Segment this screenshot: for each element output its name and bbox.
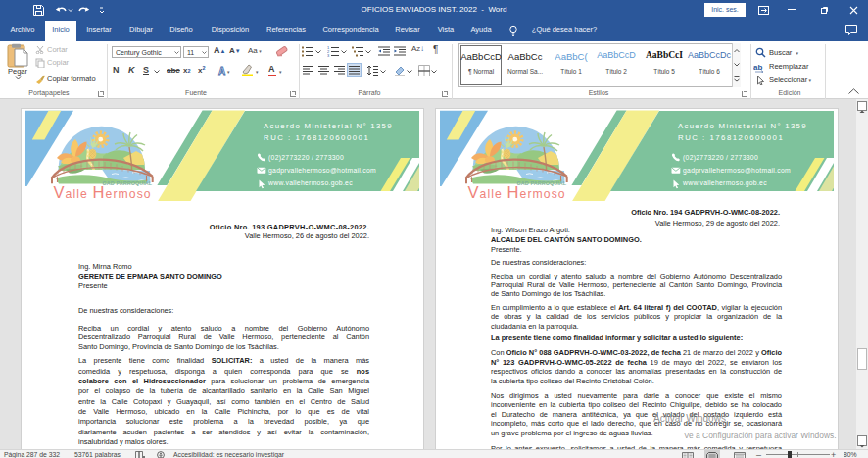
svg-text:GAD PARROQUIAL: GAD PARROQUIAL [517, 180, 567, 186]
svg-text:(02)2773220 / 2773300: (02)2773220 / 2773300 [268, 154, 344, 162]
svg-text:RUC : 1768120600001: RUC : 1768120600001 [264, 133, 369, 142]
svg-text:(02)2773220 / 2773300: (02)2773220 / 2773300 [683, 154, 758, 162]
svg-text:www.vallehermoso.gob.ec: www.vallehermoso.gob.ec [682, 179, 767, 187]
svg-text:gadprvallehermoso@hotmail.com: gadprvallehermoso@hotmail.com [683, 167, 791, 175]
svg-text:gadprvallehermoso@hotmail.com: gadprvallehermoso@hotmail.com [268, 167, 376, 175]
svg-text:GAD PARROQUIAL: GAD PARROQUIAL [103, 180, 153, 186]
svg-text:RUC : 1768120600001: RUC : 1768120600001 [678, 133, 784, 142]
svg-text:www.vallehermoso.gob.ec: www.vallehermoso.gob.ec [267, 179, 353, 187]
svg-text:Acuerdo Ministerial N° 1359: Acuerdo Ministerial N° 1359 [264, 122, 393, 130]
svg-text:Acuerdo Ministerial N° 1359: Acuerdo Ministerial N° 1359 [678, 122, 807, 130]
